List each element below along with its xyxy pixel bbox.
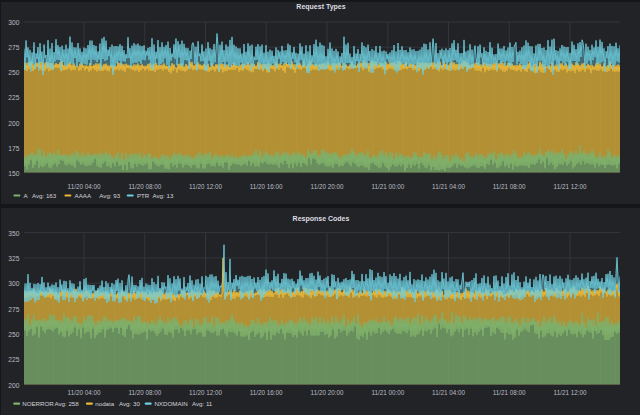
- svg-text:325: 325: [8, 255, 19, 262]
- svg-text:11/20 16:00: 11/20 16:00: [250, 389, 283, 396]
- svg-text:11/20 04:00: 11/20 04:00: [68, 389, 101, 396]
- svg-text:11/20 16:00: 11/20 16:00: [250, 183, 283, 190]
- svg-text:250: 250: [8, 69, 19, 76]
- svg-text:225: 225: [8, 94, 19, 101]
- svg-text:200: 200: [8, 382, 19, 389]
- svg-text:300: 300: [8, 280, 19, 287]
- svg-text:11/21 00:00: 11/21 00:00: [371, 389, 404, 396]
- svg-text:300: 300: [8, 19, 19, 26]
- svg-text:11/20 04:00: 11/20 04:00: [68, 183, 101, 190]
- svg-text:350: 350: [8, 230, 19, 237]
- svg-text:11/21 04:00: 11/21 04:00: [432, 389, 465, 396]
- svg-text:Avg: 93: Avg: 93: [99, 192, 120, 199]
- svg-text:250: 250: [8, 331, 19, 338]
- svg-text:NOERROR: NOERROR: [22, 400, 54, 407]
- svg-text:PTR: PTR: [137, 192, 150, 199]
- svg-text:nodata: nodata: [95, 400, 114, 407]
- svg-text:11/21 12:00: 11/21 12:00: [554, 183, 587, 190]
- svg-text:Avg: 11: Avg: 11: [192, 400, 213, 407]
- svg-text:275: 275: [8, 306, 19, 313]
- svg-text:Avg: 13: Avg: 13: [153, 192, 174, 199]
- svg-text:11/20 08:00: 11/20 08:00: [128, 183, 161, 190]
- svg-text:NXDOMAIN: NXDOMAIN: [154, 400, 187, 407]
- svg-text:11/20 08:00: 11/20 08:00: [128, 389, 161, 396]
- svg-text:11/21 08:00: 11/21 08:00: [493, 389, 526, 396]
- svg-text:11/21 12:00: 11/21 12:00: [554, 389, 587, 396]
- svg-text:11/21 08:00: 11/21 08:00: [493, 183, 526, 190]
- svg-text:11/20 20:00: 11/20 20:00: [311, 183, 344, 190]
- svg-text:Avg: 163: Avg: 163: [32, 192, 57, 199]
- svg-text:275: 275: [8, 44, 19, 51]
- svg-text:11/21 04:00: 11/21 04:00: [432, 183, 465, 190]
- svg-text:150: 150: [8, 170, 19, 177]
- svg-text:200: 200: [8, 120, 19, 127]
- svg-text:Avg: 30: Avg: 30: [119, 400, 140, 407]
- svg-text:11/20 20:00: 11/20 20:00: [311, 389, 344, 396]
- svg-text:11/21 00:00: 11/21 00:00: [371, 183, 404, 190]
- svg-text:11/20 12:00: 11/20 12:00: [189, 389, 222, 396]
- svg-text:Response Codes: Response Codes: [293, 215, 350, 223]
- svg-text:Avg: 258: Avg: 258: [54, 400, 79, 407]
- svg-text:11/20 12:00: 11/20 12:00: [189, 183, 222, 190]
- svg-text:Request Types: Request Types: [296, 3, 345, 11]
- svg-text:225: 225: [8, 356, 19, 363]
- svg-text:AAAA: AAAA: [75, 192, 92, 199]
- svg-text:175: 175: [8, 145, 19, 152]
